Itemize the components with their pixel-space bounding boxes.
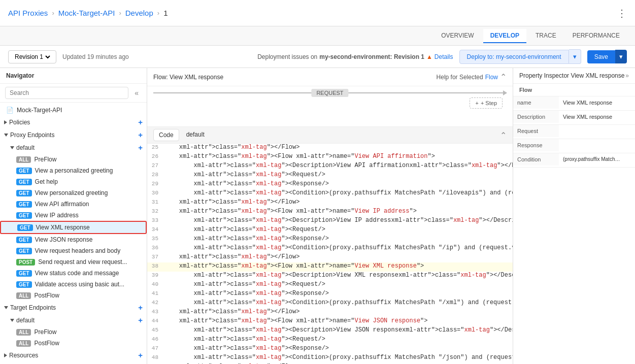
add-default-button[interactable]: +: [138, 143, 143, 152]
more-options-icon[interactable]: ⋮: [617, 7, 627, 19]
line-number: 39: [147, 272, 162, 278]
nav-item-6[interactable]: GET View JSON response: [0, 234, 147, 245]
tab-overview[interactable]: OVERVIEW: [434, 29, 481, 43]
collapse-button[interactable]: «: [131, 88, 142, 98]
line-content: xml-attr">class="xml-tag"><Request/>: [162, 226, 513, 233]
tab-develop[interactable]: DEVELOP: [483, 29, 526, 43]
code-line[interactable]: 25 xml-attr">class="xml-tag"></Flow>: [147, 144, 513, 153]
nav-item-11[interactable]: ALL PostFlow: [0, 290, 147, 301]
pi-row: Response: [513, 139, 635, 153]
save-dropdown-button[interactable]: ▾: [615, 50, 627, 63]
code-tab-code[interactable]: Code: [153, 129, 179, 141]
add-step-button[interactable]: + + Step: [470, 97, 503, 109]
badge-10: GET: [16, 281, 32, 288]
deploy-button[interactable]: Deploy to: my-second-environment: [459, 50, 569, 64]
policies-section[interactable]: Policies +: [0, 116, 147, 128]
default-section[interactable]: default +: [0, 141, 147, 154]
code-line[interactable]: 36 xml-attr">class="xml-tag"><Condition>…: [147, 244, 513, 253]
add-target-endpoint-button[interactable]: +: [138, 303, 143, 312]
add-target-default-button[interactable]: +: [138, 316, 143, 324]
target-postflow-item[interactable]: ALL PostFlow: [0, 338, 147, 349]
search-input[interactable]: [5, 87, 128, 99]
nav-item-9[interactable]: GET View status code and message: [0, 268, 147, 279]
proxy-endpoints-section[interactable]: Proxy Endpoints +: [0, 128, 147, 141]
tab-trace[interactable]: TRACE: [528, 29, 563, 43]
item-label-2: View personalized greeting: [35, 189, 108, 196]
tab-performance[interactable]: PERFORMANCE: [565, 29, 627, 43]
code-line[interactable]: 48 xml-attr">class="xml-tag"><Condition>…: [147, 354, 513, 363]
nav-item-4[interactable]: GET View IP address: [0, 210, 147, 221]
pi-row: DescriptionView XML response: [513, 111, 635, 125]
code-line[interactable]: 47 xml-attr">class="xml-tag"><Response/>: [147, 345, 513, 354]
line-number: 37: [147, 253, 162, 260]
code-expand-icon[interactable]: ⌃: [500, 130, 507, 140]
breadcrumb-current: 1: [163, 9, 168, 17]
flow-link[interactable]: Flow: [485, 74, 498, 81]
tab-bar: OVERVIEW DEVELOP TRACE PERFORMANCE: [0, 26, 635, 46]
item-label-5: View XML response: [36, 224, 90, 231]
revision-selector[interactable]: Revision 1: [8, 50, 56, 63]
code-body[interactable]: 25 xml-attr">class="xml-tag"></Flow>26 x…: [147, 144, 513, 364]
line-content: xml-attr">class="xml-tag"><Condition>(pr…: [162, 299, 513, 306]
code-line[interactable]: 46 xml-attr">class="xml-tag"><Request/>: [147, 336, 513, 345]
target-endpoints-section[interactable]: Target Endpoints +: [0, 301, 147, 314]
target-preflow-item[interactable]: ALL PreFlow: [0, 326, 147, 338]
code-line[interactable]: 37 xml-attr">class="xml-tag"></Flow>: [147, 253, 513, 262]
pi-row-value[interactable]: (proxy.pathsuffix MatchesPath "/x...: [559, 153, 625, 165]
nav-item-3[interactable]: GET View API affirmation: [0, 198, 147, 210]
pi-expand-button[interactable]: »: [625, 72, 629, 79]
code-line[interactable]: 30 xml-attr">class="xml-tag"><Condition>…: [147, 189, 513, 198]
nav-item-5[interactable]: GET View XML response: [0, 221, 147, 234]
code-line[interactable]: 33 xml-attr">class="xml-tag"><Descriptio…: [147, 217, 513, 226]
nav-item-10[interactable]: GET Validate access using basic aut...: [0, 279, 147, 290]
nav-item-2[interactable]: GET View personalized greeting: [0, 187, 147, 198]
code-line[interactable]: 43 xml-attr">class="xml-tag"></Flow>: [147, 308, 513, 317]
breadcrumb-develop[interactable]: Develop: [125, 9, 153, 17]
save-button[interactable]: Save: [587, 50, 615, 63]
code-line[interactable]: 38 xml-attr">class="xml-tag"><Flow xml-a…: [147, 262, 513, 272]
breadcrumb-api-proxies[interactable]: API Proxies: [8, 9, 48, 17]
code-line[interactable]: 41 xml-attr">class="xml-tag"><Response/>: [147, 290, 513, 299]
code-line[interactable]: 44 xml-attr">class="xml-tag"><Flow xml-a…: [147, 317, 513, 326]
add-resource-button[interactable]: +: [138, 351, 143, 359]
add-proxy-endpoint-button[interactable]: +: [138, 130, 143, 139]
code-line[interactable]: 42 xml-attr">class="xml-tag"><Condition>…: [147, 299, 513, 308]
code-line[interactable]: 27 xml-attr">class="xml-tag"><Descriptio…: [147, 162, 513, 171]
line-content: xml-attr">class="xml-tag"></Flow>: [162, 144, 513, 151]
expand-flow-icon[interactable]: ⌃: [500, 72, 507, 82]
code-line[interactable]: 32 xml-attr">class="xml-tag"><Flow xml-a…: [147, 208, 513, 217]
nav-item-1[interactable]: GET Get help: [0, 176, 147, 187]
nav-item-8[interactable]: POST Send request and view request...: [0, 256, 147, 268]
flow-diagram: REQUEST + + Step: [147, 86, 513, 127]
breadcrumb-mock-target[interactable]: Mock-Target-API: [58, 9, 115, 17]
nav-item-0[interactable]: GET View a personalized greeting: [0, 165, 147, 176]
line-number: 28: [147, 171, 162, 178]
details-link[interactable]: Details: [435, 53, 453, 60]
code-line[interactable]: 34 xml-attr">class="xml-tag"><Request/>: [147, 226, 513, 235]
code-line[interactable]: 40 xml-attr">class="xml-tag"><Request/>: [147, 281, 513, 290]
nav-item-7[interactable]: GET View request headers and body: [0, 245, 147, 256]
code-line[interactable]: 29 xml-attr">class="xml-tag"><Response/>: [147, 180, 513, 189]
pi-row-value[interactable]: [559, 139, 635, 145]
mock-api-item[interactable]: 📄 Mock-Target-API: [0, 105, 147, 116]
pi-row-value[interactable]: [559, 125, 635, 131]
add-policy-button[interactable]: +: [138, 118, 143, 126]
resources-section[interactable]: Resources +: [0, 349, 147, 361]
code-line[interactable]: 28 xml-attr">class="xml-tag"><Request/>: [147, 171, 513, 180]
code-line[interactable]: 26 xml-attr">class="xml-tag"><Flow xml-a…: [147, 153, 513, 162]
code-line[interactable]: 35 xml-attr">class="xml-tag"><Response/>: [147, 235, 513, 244]
deploy-dropdown-button[interactable]: ▾: [569, 49, 581, 64]
code-tab-default[interactable]: default: [181, 129, 210, 141]
code-line[interactable]: 45 xml-attr">class="xml-tag"><Descriptio…: [147, 326, 513, 336]
add-step-container: + + Step: [153, 97, 507, 109]
code-line[interactable]: 39 xml-attr">class="xml-tag"><Descriptio…: [147, 272, 513, 281]
revision-dropdown[interactable]: Revision 1: [13, 53, 52, 61]
line-number: 33: [147, 217, 162, 223]
pi-row-value[interactable]: View XML response: [559, 96, 635, 109]
code-line[interactable]: 31 xml-attr">class="xml-tag"></Flow>: [147, 198, 513, 208]
pi-row: nameView XML response: [513, 96, 635, 111]
target-default-section[interactable]: default +: [0, 314, 147, 326]
pi-row-value[interactable]: View XML response: [559, 111, 635, 123]
default-label: default: [16, 144, 35, 151]
preflow-item[interactable]: ALL PreFlow: [0, 154, 147, 165]
